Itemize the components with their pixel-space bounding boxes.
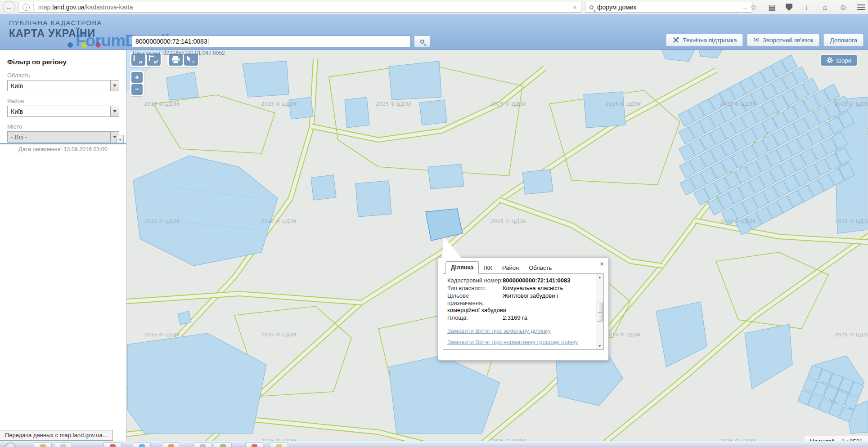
browser-search-value: форум домик (597, 4, 636, 11)
gear-icon (827, 57, 833, 63)
tech-support-button[interactable]: Технічна підтримка (666, 34, 743, 46)
cadastral-search-value: 8000000000:72:141:0083 (135, 38, 207, 45)
downloads-icon[interactable]: ↓ (802, 4, 811, 11)
map-copyright-watermark: 2015 © ЦДЗК (376, 101, 412, 107)
stop-icon[interactable]: × (568, 2, 581, 12)
tab-dilyanka[interactable]: Ділянка (445, 261, 479, 274)
popup-links: Замовити Витяг про земельну ділянку Замо… (447, 327, 592, 350)
search-icon (420, 40, 424, 44)
site-info-icon[interactable]: i (22, 4, 30, 11)
map-copyright-watermark: 2015 © ЦДЗК (835, 101, 868, 107)
scroll-up-icon[interactable]: ▲ (596, 274, 603, 281)
tools-icon (672, 36, 679, 44)
taskbar-app-button[interactable] (162, 443, 180, 447)
zoom-in-button[interactable]: + (131, 72, 143, 83)
printer-icon (170, 55, 181, 64)
back-button[interactable]: ← (3, 1, 15, 13)
ownership-type-row: Тип власності:Комунальна власність (447, 285, 592, 292)
order-extract-link[interactable]: Замовити Витяг про земельну ділянку (447, 327, 592, 334)
area-row: Площа:2.3169 га (447, 314, 592, 322)
home-icon[interactable]: ⌂ (820, 4, 829, 11)
map-copyright-watermark: 2015 © ЦДЗК (720, 101, 756, 107)
cadastral-number-row: Кадастровий номер:8000000000:72:141:0083 (447, 277, 592, 284)
identify-label: ? (192, 60, 195, 64)
map-copyright-watermark: 2015 © ЦДЗК (261, 101, 297, 107)
taskbar-app-button[interactable] (34, 443, 52, 447)
map-copyright-watermark: 2015 © ЦДЗК (490, 219, 526, 224)
row-label: Цільове призначення: (447, 292, 503, 307)
blue-dot-icon (67, 42, 73, 48)
layers-button[interactable]: Шари (820, 54, 858, 67)
tab-oblast[interactable]: Область (524, 262, 557, 274)
search-hint: Наприклад: 3221655100:01:047:0052 (133, 50, 225, 56)
popup-tabs: Ділянка ІКК Район Область (445, 261, 608, 273)
oblast-select[interactable]: Київ (7, 80, 119, 91)
text-caret (208, 38, 208, 45)
button-label: Зворотний зв'язок (763, 37, 814, 44)
map-copyright-watermark: 2015 © ЦДЗК (144, 332, 180, 337)
button-label: Технічна підтримка (683, 37, 737, 44)
button-label: Допомога (830, 37, 857, 44)
map-copyright-watermark: 2015 © ЦДЗК (605, 332, 641, 337)
purpose-row: Цільове призначення:Житлової забудови і … (447, 292, 592, 314)
chevron-down-icon[interactable] (110, 106, 119, 116)
row-label: Площа: (447, 314, 503, 322)
url-bar[interactable]: i map.land.gov.ua/kadastrova-karta × (18, 2, 581, 13)
taskbar-app-button[interactable] (54, 443, 72, 447)
reading-list-icon[interactable]: ▤ (767, 4, 776, 11)
popup-scrollbar[interactable]: ▲ ▼ (596, 274, 603, 349)
browser-toolbar: ← i map.land.gov.ua/kadastrova-karta × ф… (0, 0, 868, 14)
raion-select[interactable]: Київ (7, 106, 119, 117)
map-copyright-watermark: 2015 © ЦДЗК (605, 101, 641, 107)
layers-label: Шари (836, 57, 851, 64)
smiley-icon[interactable]: ☺ (839, 4, 848, 11)
search-icon (589, 5, 594, 9)
zoom-out-button[interactable]: − (131, 84, 143, 95)
row-value: Комунальна власність (503, 285, 563, 291)
taskbar-app-button[interactable] (270, 443, 288, 447)
city-value: - Всі - (8, 134, 27, 141)
taskbar-app-button[interactable] (214, 443, 232, 447)
divider (33, 4, 34, 11)
chevron-down-icon[interactable] (110, 80, 119, 91)
browser-search-input[interactable]: форум домик → (585, 2, 752, 13)
row-label: Кадастровий номер: (447, 277, 503, 284)
menu-icon[interactable] (857, 4, 865, 10)
envelope-icon: ✉ (753, 36, 759, 44)
taskbar-app-button[interactable] (193, 443, 211, 447)
taskbar-app-button[interactable] (245, 443, 263, 447)
url-subdomain: map. (38, 4, 52, 11)
city-select: - Всі - (7, 131, 119, 143)
feedback-button[interactable]: ✉ Зворотний зв'язок (747, 34, 819, 46)
scrollbar-thumb[interactable] (597, 303, 603, 322)
map-copyright-watermark: 2015 © ЦДЗК (144, 101, 180, 107)
screen: ← i map.land.gov.ua/kadastrova-karta × ф… (0, 0, 868, 447)
region-filter-sidebar: Фільтр по регіону Область Київ Район Киї… (0, 50, 126, 447)
taskbar-app-button[interactable] (133, 443, 151, 447)
divider (0, 143, 126, 144)
map-canvas[interactable]: 2015 © ЦДЗК2015 © ЦДЗК2015 © ЦДЗК2015 © … (126, 50, 868, 447)
start-button[interactable] (4, 443, 16, 447)
windows-taskbar[interactable] (0, 441, 868, 447)
url-path: /kadastrova-karta (84, 4, 133, 11)
parcel-info-popup: × Ділянка ІКК Район Область Кадастровий … (438, 257, 609, 361)
bookmark-star-icon[interactable]: ☆ (749, 4, 758, 11)
map-copyright-watermark: 2015 © ЦДЗК (261, 219, 297, 224)
search-go-icon[interactable]: → (741, 4, 748, 11)
shield-icon[interactable] (786, 4, 792, 11)
scroll-down-icon[interactable]: ▼ (596, 343, 603, 349)
help-button[interactable]: Допомога (823, 34, 864, 46)
raion-label: Район (7, 98, 126, 104)
tab-raion[interactable]: Район (497, 262, 524, 274)
zoom-control: + − (130, 71, 144, 96)
tab-ikk[interactable]: ІКК (479, 262, 497, 274)
row-value: 8000000000:72:141:0083 (503, 277, 570, 284)
header-buttons: Технічна підтримка ✉ Зворотний зв'язок Д… (666, 34, 864, 46)
row-value: 2.3169 га (503, 314, 527, 321)
taskbar-app-button[interactable] (103, 443, 121, 447)
measure-length-label: м (139, 60, 142, 64)
map-copyright-watermark: 2015 © ЦДЗК (835, 219, 868, 224)
cadastral-search-button[interactable] (414, 36, 430, 47)
order-valuation-link[interactable]: Замовити Витяг про нормативну грошову оц… (447, 339, 592, 345)
cadastral-search-input[interactable]: 8000000000:72:141:0083 (132, 36, 411, 47)
